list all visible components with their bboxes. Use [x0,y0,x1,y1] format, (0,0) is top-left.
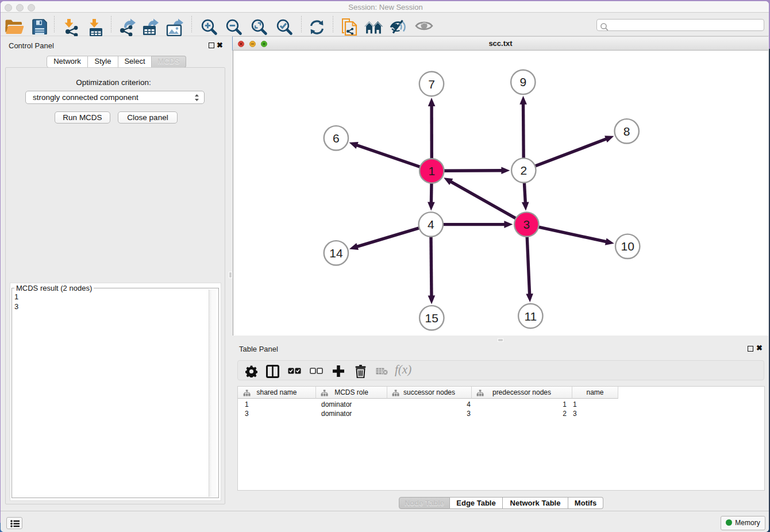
svg-text:7: 7 [428,78,435,91]
svg-text:1: 1 [428,164,435,178]
svg-text:9: 9 [519,75,526,88]
svg-text:14: 14 [329,246,343,260]
svg-text:15: 15 [425,311,438,325]
svg-text:4: 4 [428,218,434,231]
svg-text:3: 3 [523,218,530,231]
svg-text:10: 10 [621,240,634,253]
svg-text:2: 2 [520,164,527,177]
svg-text:11: 11 [524,310,537,323]
svg-text:6: 6 [333,132,340,145]
svg-text:8: 8 [623,125,630,138]
